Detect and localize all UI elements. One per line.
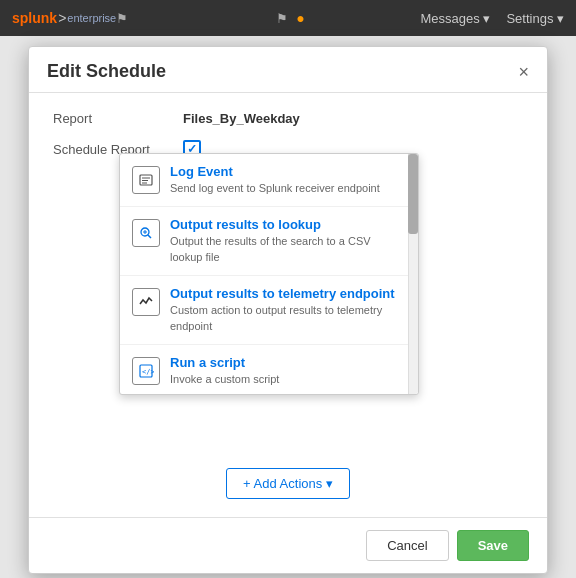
modal-overlay: Edit Schedule × Report Files_By_Weekday … — [0, 36, 576, 578]
splunk-logo: splunk > enterprise — [12, 10, 116, 26]
topbar: splunk > enterprise ⚑ ⚑ ● Messages ▾ Set… — [0, 0, 576, 36]
dropdown-item-output-telemetry[interactable]: Output results to telemetry endpoint Cus… — [120, 276, 418, 345]
log-event-title: Log Event — [170, 164, 406, 179]
output-telemetry-icon — [132, 288, 160, 316]
report-value: Files_By_Weekday — [183, 111, 300, 126]
log-event-text: Log Event Send log event to Splunk recei… — [170, 164, 406, 196]
run-script-text: Run a script Invoke a custom script — [170, 355, 406, 387]
splunk-arrow: > — [58, 10, 66, 26]
dropdown-scrollbar-thumb[interactable] — [408, 154, 418, 234]
splunk-enterprise: enterprise — [67, 12, 116, 24]
edit-schedule-modal: Edit Schedule × Report Files_By_Weekday … — [28, 46, 548, 574]
dropdown-item-log-event[interactable]: Log Event Send log event to Splunk recei… — [120, 154, 418, 207]
svg-text:</>: </> — [142, 368, 154, 376]
add-actions-button[interactable]: + Add Actions ▾ — [226, 468, 350, 499]
output-telemetry-desc: Custom action to output results to telem… — [170, 303, 406, 334]
modal-body: Report Files_By_Weekday Schedule Report — [29, 93, 547, 517]
run-script-icon: </> — [132, 357, 160, 385]
log-event-desc: Send log event to Splunk receiver endpoi… — [170, 181, 406, 196]
topbar-icons: ⚑ ⚑ ● — [116, 10, 420, 26]
save-button[interactable]: Save — [457, 530, 529, 561]
dropdown-item-output-lookup[interactable]: Output results to lookup Output the resu… — [120, 207, 418, 276]
dropdown-scrollbar-track — [408, 154, 418, 394]
topbar-right: Messages ▾ Settings ▾ — [421, 11, 564, 26]
add-actions-area: + Add Actions ▾ — [53, 460, 523, 499]
modal-header: Edit Schedule × — [29, 47, 547, 93]
svg-line-5 — [148, 235, 151, 238]
output-telemetry-title: Output results to telemetry endpoint — [170, 286, 406, 301]
settings-link[interactable]: Settings ▾ — [506, 11, 564, 26]
bell-icon: ● — [296, 10, 304, 26]
dropdown-item-run-script[interactable]: </> Run a script Invoke a custom script — [120, 345, 418, 394]
actions-dropdown: Log Event Send log event to Splunk recei… — [119, 153, 419, 395]
dropdown-list: Log Event Send log event to Splunk recei… — [120, 154, 418, 394]
flag2-icon: ⚑ — [276, 11, 288, 26]
output-lookup-icon — [132, 219, 160, 247]
log-event-icon — [132, 166, 160, 194]
modal-footer: Cancel Save — [29, 517, 547, 573]
run-script-desc: Invoke a custom script — [170, 372, 406, 387]
splunk-name: splunk — [12, 10, 57, 26]
flag-icon: ⚑ — [116, 11, 128, 26]
report-row: Report Files_By_Weekday — [53, 111, 523, 126]
messages-link[interactable]: Messages ▾ — [421, 11, 491, 26]
output-lookup-title: Output results to lookup — [170, 217, 406, 232]
modal-title: Edit Schedule — [47, 61, 166, 82]
output-telemetry-text: Output results to telemetry endpoint Cus… — [170, 286, 406, 334]
modal-close-button[interactable]: × — [518, 63, 529, 81]
output-lookup-text: Output results to lookup Output the resu… — [170, 217, 406, 265]
report-label: Report — [53, 111, 183, 126]
run-script-title: Run a script — [170, 355, 406, 370]
cancel-button[interactable]: Cancel — [366, 530, 448, 561]
output-lookup-desc: Output the results of the search to a CS… — [170, 234, 406, 265]
